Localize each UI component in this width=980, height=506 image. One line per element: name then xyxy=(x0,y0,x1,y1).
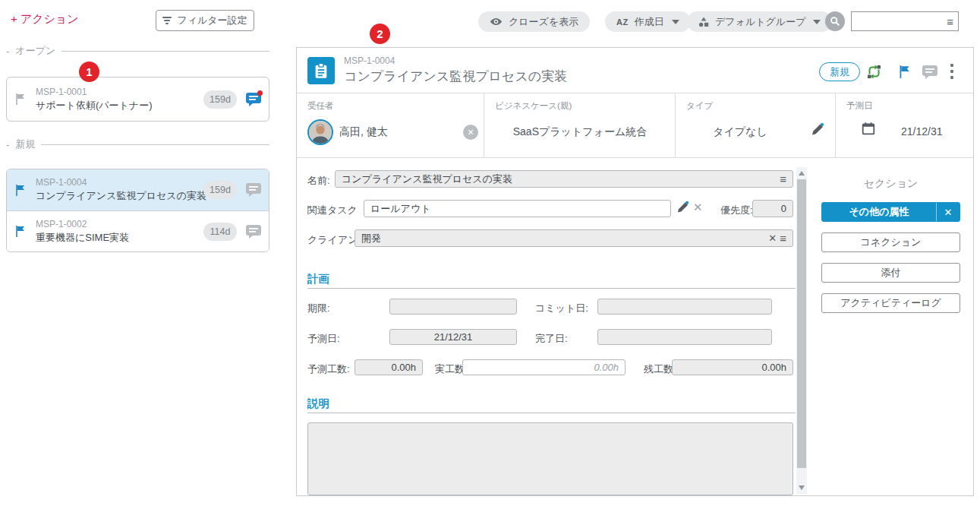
actual-hours-value: 0.00h xyxy=(594,362,619,373)
detail-task-title[interactable]: コンプライアンス監視プロセスの実装 xyxy=(344,68,567,85)
section-button-other-attributes[interactable]: その他の属性 ✕ xyxy=(821,202,960,222)
description-section-rule xyxy=(307,413,796,413)
show-closed-label: クローズを表示 xyxy=(509,15,578,29)
eye-icon xyxy=(490,17,503,26)
detail-task-id: MSP-1-0004 xyxy=(344,55,395,66)
step-annotation-1: 1 xyxy=(79,62,99,82)
client-field[interactable]: 開発 ✕ ≡ xyxy=(355,229,793,247)
group-by-dropdown[interactable]: デフォルトグループ xyxy=(687,11,832,32)
section-button-attachments[interactable]: 添付 xyxy=(821,263,960,283)
name-field-label: 名前: xyxy=(307,174,330,188)
related-task-field[interactable]: ロールアウト xyxy=(364,200,671,217)
lifecycle-workflow-icon[interactable] xyxy=(866,64,882,80)
clear-related-x-icon[interactable]: ✕ xyxy=(693,201,703,214)
assignee-label: 受任者 xyxy=(307,100,334,112)
task-card-msp-1-0001[interactable]: MSP-1-0001 サポート依頼(パートナー) 159d xyxy=(6,77,269,122)
conversation-icon[interactable] xyxy=(246,183,261,197)
plan-forecast-value: 21/12/31 xyxy=(434,331,473,343)
calendar-icon[interactable] xyxy=(862,122,875,135)
add-action-link[interactable]: + アクション xyxy=(11,12,79,27)
filter-icon xyxy=(162,15,172,26)
unread-dot xyxy=(257,90,263,96)
filter-settings-button[interactable]: フィルター設定 xyxy=(156,10,254,31)
clear-client-x-icon[interactable]: ✕ xyxy=(768,232,777,244)
step-annotation-2: 2 xyxy=(370,24,390,44)
scroll-up-arrow-icon[interactable] xyxy=(799,171,805,176)
step-annotation-1-number: 1 xyxy=(86,65,92,78)
priority-field[interactable]: 0 xyxy=(752,200,793,217)
due-date-field[interactable] xyxy=(389,299,517,315)
detail-scrollbar[interactable] xyxy=(796,167,807,494)
remaining-hours-value: 0.00h xyxy=(761,362,786,373)
description-textarea[interactable] xyxy=(307,422,793,495)
estimate-hours-label: 予測工数: xyxy=(307,362,350,376)
search-icon xyxy=(830,16,840,27)
assignee-avatar[interactable] xyxy=(307,119,333,145)
step-annotation-2-number: 2 xyxy=(377,27,383,40)
section-button-connections[interactable]: コネクション xyxy=(821,232,960,252)
flag-icon[interactable] xyxy=(14,225,27,238)
search-button[interactable] xyxy=(825,11,845,31)
flag-icon[interactable] xyxy=(14,93,27,106)
sort-dropdown[interactable]: AZ 作成日 xyxy=(605,11,691,32)
conversation-icon[interactable] xyxy=(246,93,261,106)
scrollbar-thumb[interactable] xyxy=(797,179,806,468)
task-card-msp-1-0002[interactable]: MSP-1-0002 重要機器にSIME実装 114d xyxy=(7,210,269,251)
edit-type-pencil-icon[interactable] xyxy=(811,122,824,136)
task-card-msp-1-0004[interactable]: MSP-1-0004 コンプライアンス監視プロセスの実装 159d xyxy=(7,169,269,210)
name-field[interactable]: コンプライアンス監視プロセスの実装 ≡ xyxy=(335,170,793,188)
plan-section-rule xyxy=(307,288,796,289)
kebab-menu-icon[interactable] xyxy=(950,63,954,80)
section-button-activity-log[interactable]: アクティビティーログ xyxy=(821,293,960,313)
group-header-new[interactable]: - 新規 xyxy=(6,138,269,151)
chevron-down-icon xyxy=(672,20,679,24)
flag-icon[interactable] xyxy=(898,65,912,79)
name-menu-icon[interactable]: ≡ xyxy=(780,173,786,185)
type-value: タイプなし xyxy=(676,125,805,139)
remove-assignee-icon[interactable]: ✕ xyxy=(463,125,478,140)
complete-date-field[interactable] xyxy=(597,329,772,345)
forecast-date-label: 予測日 xyxy=(846,100,873,112)
forecast-date-cell[interactable]: 予測日 21/12/31 xyxy=(836,93,974,158)
remaining-hours-field[interactable]: 0.00h xyxy=(672,359,793,375)
group-open-label: オープン xyxy=(15,44,55,58)
plan-forecast-field[interactable]: 21/12/31 xyxy=(389,329,517,345)
conversation-icon[interactable] xyxy=(246,225,261,239)
assignee-cell[interactable]: 受任者 高田, 健太 ✕ xyxy=(297,93,484,158)
due-date-label: 期限: xyxy=(307,302,330,315)
search-menu-icon[interactable]: ≡ xyxy=(947,16,953,27)
plan-section-heading: 計画 xyxy=(307,272,329,286)
commit-date-field[interactable] xyxy=(597,299,772,315)
conversation-icon[interactable] xyxy=(922,65,937,79)
type-label: タイプ xyxy=(686,100,713,112)
search-input[interactable]: ≡ xyxy=(851,11,959,31)
scroll-down-arrow-icon[interactable] xyxy=(799,485,805,490)
type-cell[interactable]: タイプ タイプなし xyxy=(676,93,836,158)
detail-header: MSP-1-0004 コンプライアンス監視プロセスの実装 新規 xyxy=(297,48,973,93)
group-collapse-dash[interactable]: - xyxy=(6,46,9,57)
group-collapse-dash[interactable]: - xyxy=(6,139,9,150)
business-case-cell[interactable]: ビジネスケース(親) SaaSプラットフォーム統合 xyxy=(484,93,676,158)
section-attachments-label: 添付 xyxy=(881,266,901,280)
show-closed-button[interactable]: クローズを表示 xyxy=(478,11,590,32)
task-card-title: サポート依頼(パートナー) xyxy=(36,99,203,112)
group-divider-line xyxy=(41,144,269,145)
flag-icon[interactable] xyxy=(14,184,27,197)
section-close-x-icon[interactable]: ✕ xyxy=(937,207,960,218)
forecast-date-value: 21/12/31 xyxy=(901,125,943,138)
task-card-id: MSP-1-0002 xyxy=(36,219,203,229)
client-menu-icon[interactable]: ≡ xyxy=(780,232,786,244)
group-header-open[interactable]: - オープン xyxy=(6,44,269,58)
status-badge[interactable]: 新規 xyxy=(819,62,860,81)
business-case-label: ビジネスケース(親) xyxy=(495,100,572,112)
edit-related-pencil-icon[interactable] xyxy=(676,201,689,213)
task-card-id: MSP-1-0004 xyxy=(36,177,203,188)
task-card-stack-new: MSP-1-0004 コンプライアンス監視プロセスの実装 159d MSP-1-… xyxy=(6,169,269,252)
related-task-label: 関連タスク xyxy=(307,204,358,217)
estimate-hours-field[interactable]: 0.00h xyxy=(355,359,423,375)
actual-hours-field[interactable]: 0.00h xyxy=(462,359,625,375)
age-badge: 159d xyxy=(203,90,237,109)
group-by-label: デフォルトグループ xyxy=(715,15,805,29)
name-field-value: コンプライアンス監視プロセスの実装 xyxy=(342,172,780,186)
description-section-heading: 説明 xyxy=(307,397,329,411)
